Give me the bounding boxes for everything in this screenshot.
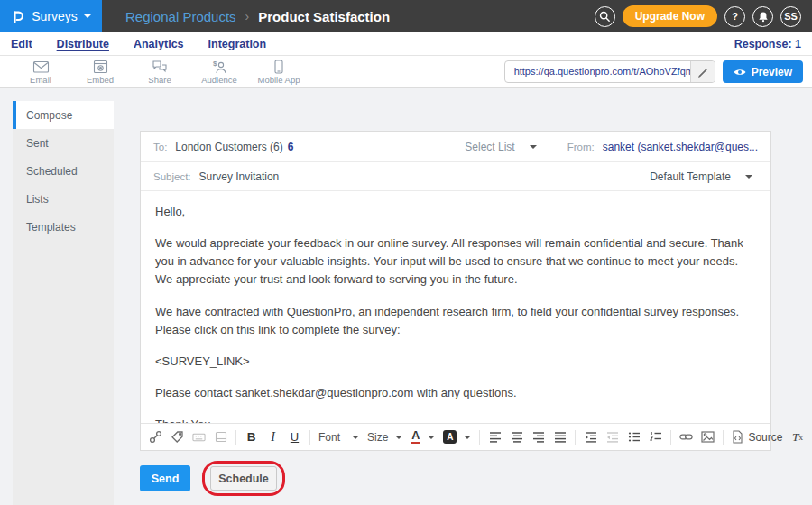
align-right-icon[interactable]: [531, 428, 545, 446]
compose-card: To: London Customers (6) 6 Select List F…: [140, 131, 771, 451]
sidebar-item-sent[interactable]: Sent: [13, 129, 114, 157]
select-list-dropdown[interactable]: Select List: [465, 141, 536, 153]
embed-window-icon: [93, 60, 108, 74]
size-dropdown-label: Size: [367, 431, 388, 444]
italic-button[interactable]: I: [266, 428, 280, 446]
top-header: Surveys Regional Products › Product Sati…: [0, 0, 812, 32]
sidebar-item-templates[interactable]: Templates: [13, 213, 114, 241]
keyboard-icon[interactable]: [192, 428, 206, 446]
select-list-label: Select List: [465, 141, 514, 153]
schedule-button[interactable]: Schedule: [210, 466, 277, 491]
questionpro-logo-icon: [11, 9, 25, 23]
source-button[interactable]: Source: [732, 430, 782, 444]
send-button[interactable]: Send: [140, 465, 190, 491]
email-body-editor[interactable]: Hello, We would appreciate your feedback…: [141, 191, 770, 423]
remove-format-letter: T: [792, 430, 799, 445]
notifications-bell-icon[interactable]: [752, 6, 773, 27]
toolbar-divider: [235, 430, 236, 445]
survey-nav: Edit Distribute Analytics Integration Re…: [0, 32, 812, 56]
template-dropdown[interactable]: Default Template: [650, 170, 752, 183]
chevron-down-icon: [428, 436, 435, 439]
svg-text:$: $: [213, 60, 217, 68]
body-paragraph: Hello,: [155, 203, 756, 221]
response-count[interactable]: Response: 1: [734, 38, 801, 50]
edit-url-pencil-icon[interactable]: [690, 61, 715, 82]
channel-label: Email: [30, 75, 51, 85]
body-paragraph: <SURVEY_LINK>: [155, 353, 756, 371]
image-icon[interactable]: [701, 428, 715, 446]
breadcrumb-separator: ›: [245, 9, 250, 23]
subject-row: Subject: Survey Invitation Default Templ…: [141, 162, 770, 191]
survey-url-box: https://qa.questionpro.com/t/AOhoVZfqml: [504, 60, 715, 83]
chevron-down-icon: [530, 145, 537, 149]
sidebar-item-compose[interactable]: Compose: [13, 101, 114, 129]
hyperlink-chain-icon[interactable]: [679, 428, 693, 446]
search-icon[interactable]: [595, 6, 615, 27]
size-dropdown[interactable]: Size: [367, 431, 402, 444]
bold-button[interactable]: B: [245, 428, 258, 446]
mobile-phone-icon: [273, 60, 284, 74]
chevron-down-icon: [745, 175, 752, 179]
tab-analytics[interactable]: Analytics: [134, 38, 184, 50]
remove-format-button[interactable]: Tx: [790, 428, 804, 446]
help-button[interactable]: ?: [724, 6, 745, 27]
sidebar-item-scheduled[interactable]: Scheduled: [13, 157, 114, 185]
audience-people-icon: $: [211, 60, 227, 74]
surveys-menu-label: Surveys: [32, 9, 78, 23]
from-value[interactable]: sanket (sanket.shekdar@ques...: [603, 141, 758, 153]
breadcrumb-parent[interactable]: Regional Products: [125, 9, 236, 24]
from-group: From: sanket (sanket.shekdar@ques...: [567, 141, 758, 153]
body-paragraph: We would appreciate your feedback in our…: [155, 234, 756, 289]
recipient-count: 6: [288, 141, 294, 153]
text-color-button[interactable]: A: [411, 430, 435, 445]
breadcrumb: Regional Products › Product Satisfaction: [102, 0, 595, 32]
channel-embed[interactable]: Embed: [70, 59, 130, 85]
body-paragraph: Please contact sanket.shekdar@questionpr…: [155, 384, 756, 402]
email-envelope-icon: [32, 60, 50, 74]
toolbar-divider: [670, 430, 671, 445]
to-value[interactable]: London Customers (6): [175, 141, 282, 153]
align-justify-icon[interactable]: [553, 428, 567, 446]
channel-label: Audience: [201, 75, 237, 85]
tab-integration[interactable]: Integration: [208, 38, 267, 50]
channel-share[interactable]: Share: [130, 59, 189, 85]
survey-url[interactable]: https://qa.questionpro.com/t/AOhoVZfqml: [505, 61, 690, 82]
link-icon[interactable]: [149, 428, 162, 446]
toolbar-divider: [479, 430, 480, 445]
indent-decrease-icon[interactable]: [605, 428, 619, 446]
highlight-annotation-ring: Schedule: [202, 461, 285, 496]
distribute-channel-bar: Email Embed Share $: [0, 56, 812, 88]
numbered-list-icon[interactable]: [649, 428, 662, 446]
upgrade-now-button[interactable]: Upgrade Now: [623, 5, 717, 27]
iframe-window-icon[interactable]: [214, 428, 227, 446]
chevron-down-icon: [395, 436, 402, 439]
font-dropdown[interactable]: Font: [318, 431, 359, 444]
tab-edit[interactable]: Edit: [11, 38, 32, 50]
indent-increase-icon[interactable]: [584, 428, 597, 446]
sidebar-item-lists[interactable]: Lists: [13, 185, 114, 213]
channel-email[interactable]: Email: [11, 59, 70, 85]
background-color-button[interactable]: A: [443, 430, 471, 444]
body-paragraph: Thank You: [155, 416, 756, 423]
underline-button[interactable]: U: [288, 428, 301, 446]
preview-label: Preview: [752, 66, 792, 78]
chevron-down-icon: [352, 436, 359, 439]
align-left-icon[interactable]: [488, 428, 502, 446]
tag-icon[interactable]: [171, 428, 184, 446]
preview-button[interactable]: Preview: [723, 60, 803, 83]
bullet-list-icon[interactable]: [627, 428, 641, 446]
rich-text-toolbar: B I U Font Size A A: [141, 423, 770, 450]
subject-input[interactable]: Survey Invitation: [199, 170, 280, 183]
channel-audience[interactable]: $ Audience: [189, 59, 249, 85]
surveys-menu[interactable]: Surveys: [0, 0, 102, 32]
avatar[interactable]: SS: [780, 6, 801, 27]
breadcrumb-current: Product Satisfaction: [258, 9, 390, 24]
compose-actions: Send Schedule: [140, 461, 285, 496]
channel-label: Mobile App: [257, 75, 300, 85]
channel-mobile-app[interactable]: Mobile App: [249, 59, 309, 85]
align-center-icon[interactable]: [510, 428, 523, 446]
template-label: Default Template: [650, 170, 731, 183]
email-sidebar: Compose Sent Scheduled Lists Templates: [13, 101, 114, 505]
chevron-down-icon: [84, 14, 91, 18]
tab-distribute[interactable]: Distribute: [57, 38, 109, 50]
